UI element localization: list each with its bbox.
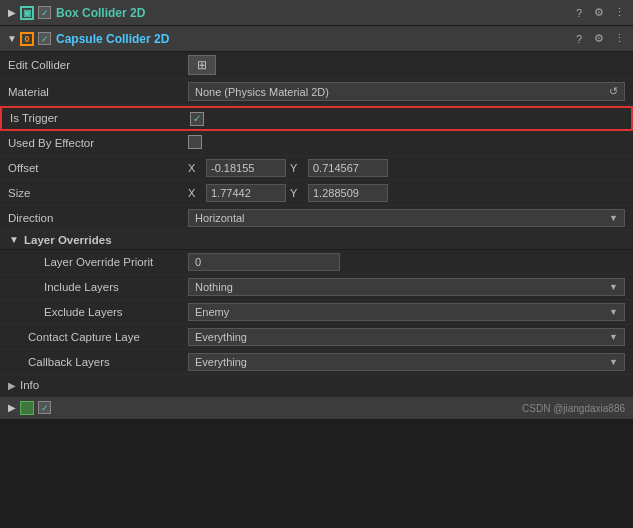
include-layers-value: Nothing	[195, 281, 233, 293]
material-refresh-icon[interactable]: ↺	[609, 85, 618, 98]
bottom-collapse-arrow[interactable]	[6, 402, 18, 414]
offset-label: Offset	[8, 162, 188, 174]
exclude-layers-value: Enemy	[195, 306, 229, 318]
contact-capture-layers-label: Contact Capture Laye	[8, 331, 188, 343]
offset-y-label: Y	[290, 162, 304, 174]
info-label: Info	[20, 379, 39, 391]
is-trigger-label: Is Trigger	[10, 112, 190, 124]
edit-collider-row: Edit Collider ⊞	[0, 52, 633, 79]
edit-collider-label: Edit Collider	[8, 59, 188, 71]
is-trigger-row: Is Trigger	[0, 106, 633, 131]
material-row: Material None (Physics Material 2D) ↺	[0, 79, 633, 105]
include-layers-row: Include Layers Nothing ▼	[0, 275, 633, 300]
direction-label: Direction	[8, 212, 188, 224]
layer-override-priority-label: Layer Override Priorit	[8, 256, 188, 268]
material-label: Material	[8, 86, 188, 98]
box-collider-enabled-checkbox[interactable]	[38, 6, 51, 19]
box-collider-settings-icon[interactable]: ⚙	[591, 5, 607, 21]
contact-capture-layers-value: Everything	[195, 331, 247, 343]
size-x-input[interactable]	[206, 184, 286, 202]
watermark: CSDN @jiangdaxia886	[522, 403, 625, 414]
size-xy-group: X Y	[188, 184, 625, 202]
offset-row: Offset X Y	[0, 156, 633, 181]
exclude-layers-row: Exclude Layers Enemy ▼	[0, 300, 633, 325]
box-collider-collapse-arrow[interactable]	[6, 7, 18, 19]
capsule-collider-settings-icon[interactable]: ⚙	[591, 31, 607, 47]
size-label: Size	[8, 187, 188, 199]
used-by-effector-row: Used By Effector	[0, 132, 633, 156]
box-collider-help-icon[interactable]: ?	[571, 5, 587, 21]
contact-capture-layers-dropdown-arrow: ▼	[609, 332, 618, 342]
capsule-collider-icon: 0	[20, 32, 34, 46]
box-collider-menu-icon[interactable]: ⋮	[611, 5, 627, 21]
offset-xy-group: X Y	[188, 159, 625, 177]
box-collider-header-icons: ? ⚙ ⋮	[571, 5, 627, 21]
size-y-input[interactable]	[308, 184, 388, 202]
direction-row: Direction Horizontal ▼	[0, 206, 633, 231]
capsule-collider-enabled-checkbox[interactable]	[38, 32, 51, 45]
offset-x-label: X	[188, 162, 202, 174]
capsule-collider-collapse-arrow[interactable]	[6, 33, 18, 45]
box-collider-header[interactable]: ▣ Box Collider 2D ? ⚙ ⋮	[0, 0, 633, 26]
exclude-layers-label: Exclude Layers	[8, 306, 188, 318]
callback-layers-dropdown[interactable]: Everything ▼	[188, 353, 625, 371]
callback-layers-row: Callback Layers Everything ▼	[0, 350, 633, 375]
box-collider-icon: ▣	[20, 6, 34, 20]
size-row: Size X Y	[0, 181, 633, 206]
capsule-collider-title: Capsule Collider 2D	[56, 32, 571, 46]
include-layers-dropdown-arrow: ▼	[609, 282, 618, 292]
bottom-component-icon	[20, 401, 34, 415]
edit-collider-btn-icon: ⊞	[197, 58, 207, 72]
contact-capture-layers-row: Contact Capture Laye Everything ▼	[0, 325, 633, 350]
material-value: None (Physics Material 2D)	[195, 86, 329, 98]
exclude-layers-dropdown[interactable]: Enemy ▼	[188, 303, 625, 321]
used-by-effector-checkbox[interactable]	[188, 135, 202, 149]
bottom-component-checkbox[interactable]	[38, 401, 51, 414]
offset-y-input[interactable]	[308, 159, 388, 177]
callback-layers-label: Callback Layers	[8, 356, 188, 368]
direction-dropdown-arrow: ▼	[609, 213, 618, 223]
contact-capture-layers-dropdown[interactable]: Everything ▼	[188, 328, 625, 346]
size-y-label: Y	[290, 187, 304, 199]
direction-value: Horizontal	[195, 212, 245, 224]
include-layers-label: Include Layers	[8, 281, 188, 293]
size-x-label: X	[188, 187, 202, 199]
callback-layers-value: Everything	[195, 356, 247, 368]
include-layers-dropdown[interactable]: Nothing ▼	[188, 278, 625, 296]
callback-layers-dropdown-arrow: ▼	[609, 357, 618, 367]
layer-overrides-collapse-arrow[interactable]	[8, 234, 20, 246]
box-collider-title: Box Collider 2D	[56, 6, 571, 20]
layer-overrides-section[interactable]: Layer Overrides	[0, 231, 633, 250]
capsule-collider-header-icons: ? ⚙ ⋮	[571, 31, 627, 47]
used-by-effector-label: Used By Effector	[8, 137, 188, 149]
offset-x-input[interactable]	[206, 159, 286, 177]
layer-override-priority-row: Layer Override Priorit	[0, 250, 633, 275]
is-trigger-checkbox[interactable]	[190, 112, 204, 126]
layer-override-priority-input[interactable]	[188, 253, 340, 271]
info-arrow-icon: ▶	[8, 380, 16, 391]
material-dropdown[interactable]: None (Physics Material 2D) ↺	[188, 82, 625, 101]
edit-collider-button[interactable]: ⊞	[188, 55, 216, 75]
info-section[interactable]: ▶ Info	[0, 375, 633, 397]
capsule-collider-header[interactable]: 0 Capsule Collider 2D ? ⚙ ⋮	[0, 26, 633, 52]
capsule-collider-menu-icon[interactable]: ⋮	[611, 31, 627, 47]
direction-dropdown[interactable]: Horizontal ▼	[188, 209, 625, 227]
exclude-layers-dropdown-arrow: ▼	[609, 307, 618, 317]
layer-overrides-label: Layer Overrides	[24, 234, 112, 246]
capsule-collider-help-icon[interactable]: ?	[571, 31, 587, 47]
